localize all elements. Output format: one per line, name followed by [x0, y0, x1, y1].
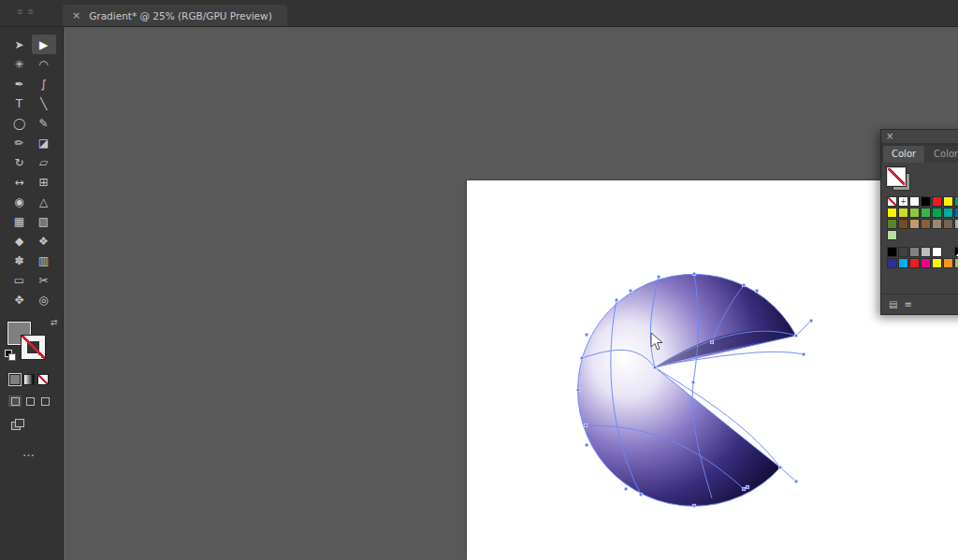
- column-graph-tool[interactable]: ▥: [32, 251, 56, 270]
- toolbar-grip[interactable]: ≣ ≣: [17, 7, 35, 16]
- curvature-tool[interactable]: ∫: [32, 74, 56, 93]
- blend-tool[interactable]: ❖: [32, 231, 56, 251]
- eraser-tool[interactable]: ◪: [32, 133, 56, 152]
- shape-builder-tool[interactable]: ◉: [7, 192, 32, 211]
- swatch[interactable]: [898, 208, 908, 218]
- edit-toolbar-button[interactable]: …: [0, 445, 63, 459]
- swatch-row: [887, 247, 958, 257]
- color-panel-tabs: Color Color G: [881, 143, 958, 163]
- symbol-sprayer-tool[interactable]: ✽: [7, 251, 32, 270]
- rotate-tool[interactable]: ↻: [7, 152, 32, 172]
- screen-mode-button[interactable]: [11, 419, 24, 430]
- lasso-tool[interactable]: ◠: [32, 54, 56, 74]
- default-fill-stroke-icon[interactable]: [5, 350, 14, 359]
- stroke-swatch[interactable]: [22, 336, 45, 359]
- swatch[interactable]: [887, 230, 897, 240]
- swatch-pattern[interactable]: [954, 247, 958, 257]
- swatch-row: [887, 219, 958, 229]
- swap-fill-stroke-icon[interactable]: ⇄: [51, 318, 58, 327]
- swatch-registration[interactable]: [898, 196, 908, 207]
- free-transform-tool[interactable]: ⊞: [32, 172, 56, 192]
- swatch[interactable]: [932, 196, 942, 207]
- swatch[interactable]: [921, 196, 931, 207]
- eyedropper-tool[interactable]: ◆: [7, 231, 32, 251]
- pencil-tool[interactable]: ✏: [7, 133, 32, 152]
- color-panel-header: ×: [881, 130, 958, 143]
- swatch-row: [887, 230, 958, 240]
- hand-tool[interactable]: ✥: [7, 290, 32, 309]
- none-fill-indicator[interactable]: [887, 167, 909, 190]
- canvas[interactable]: [64, 26, 958, 560]
- color-panel-body: [881, 163, 958, 294]
- swatch[interactable]: [921, 247, 931, 257]
- swatch[interactable]: [943, 208, 953, 218]
- swatch-none[interactable]: [887, 196, 897, 207]
- close-document-icon[interactable]: ×: [72, 10, 80, 21]
- appearance-row: [9, 374, 63, 385]
- swatch[interactable]: [943, 258, 953, 268]
- document-tab-title: Gradient* @ 25% (RGB/GPU Preview): [89, 10, 272, 22]
- scale-tool[interactable]: ▱: [32, 152, 56, 172]
- swatch[interactable]: [954, 219, 958, 229]
- panel-close-icon[interactable]: ×: [886, 131, 893, 142]
- direct-selection-tool[interactable]: ▶: [32, 35, 56, 54]
- pen-tool[interactable]: ✒: [7, 74, 32, 93]
- zoom-tool[interactable]: ◎: [32, 290, 56, 309]
- swatch[interactable]: [932, 258, 942, 268]
- color-panel: × Color Color G ▤≡☁: [880, 129, 958, 315]
- color-button[interactable]: [9, 374, 21, 385]
- swatch[interactable]: [909, 208, 920, 218]
- swatch-kinds-icon[interactable]: ≡: [904, 299, 911, 309]
- swatch-row: [887, 258, 958, 268]
- swatch[interactable]: [887, 208, 897, 218]
- swatch[interactable]: [943, 196, 953, 207]
- width-tool[interactable]: ↔: [7, 172, 32, 192]
- draw-behind-button[interactable]: [23, 395, 36, 407]
- swatch[interactable]: [898, 247, 908, 257]
- magic-wand-tool[interactable]: ✳: [7, 54, 32, 74]
- gradient-tool[interactable]: ▧: [32, 211, 56, 231]
- artboard-tool[interactable]: ▭: [7, 270, 32, 290]
- swatch[interactable]: [921, 258, 931, 268]
- swatch[interactable]: [932, 247, 942, 257]
- tools-panel: ➤▶✳◠✒∫T╲◯✎✏◪↻▱↔⊞◉△▦▧◆❖✽▥▭✂✥◎ ⇄ …: [0, 26, 64, 560]
- swatch[interactable]: [921, 219, 931, 229]
- selection-tool[interactable]: ➤: [7, 35, 32, 54]
- swatch[interactable]: [954, 196, 958, 207]
- none-button[interactable]: [37, 374, 49, 385]
- swatch[interactable]: [932, 219, 942, 229]
- swatch[interactable]: [909, 196, 920, 207]
- swatch[interactable]: [909, 219, 920, 229]
- swatch[interactable]: [943, 219, 953, 229]
- swatch[interactable]: [887, 219, 897, 229]
- swatch[interactable]: [954, 258, 958, 268]
- swatch[interactable]: [921, 208, 931, 218]
- swatch-libraries-icon[interactable]: ▤: [889, 299, 897, 309]
- tab-color[interactable]: Color: [883, 146, 924, 163]
- document-tab[interactable]: × Gradient* @ 25% (RGB/GPU Preview): [63, 5, 287, 26]
- fill-stroke-widget: ⇄: [7, 322, 47, 361]
- swatch[interactable]: [932, 208, 942, 218]
- type-tool[interactable]: T: [7, 93, 32, 113]
- swatch[interactable]: [887, 258, 897, 268]
- paintbrush-tool[interactable]: ✎: [32, 113, 56, 133]
- swatch[interactable]: [909, 247, 920, 257]
- tab-color-guide[interactable]: Color G: [925, 146, 958, 163]
- gradient-button[interactable]: [23, 374, 35, 385]
- mesh-tool[interactable]: ▦: [7, 211, 32, 231]
- swatch[interactable]: [887, 247, 897, 257]
- drawing-modes-row: [8, 395, 63, 407]
- line-segment-tool[interactable]: ╲: [32, 93, 56, 113]
- ellipse-tool[interactable]: ◯: [7, 113, 32, 133]
- slice-tool[interactable]: ✂: [32, 270, 56, 290]
- top-bar: ≣ ≣ × Gradient* @ 25% (RGB/GPU Preview): [0, 0, 958, 27]
- swatch-row: [887, 208, 958, 218]
- panel-footer: ▤≡☁: [881, 294, 958, 314]
- swatch[interactable]: [909, 258, 920, 268]
- swatch[interactable]: [954, 208, 958, 218]
- swatch[interactable]: [898, 258, 908, 268]
- perspective-grid-tool[interactable]: △: [32, 192, 56, 211]
- draw-inside-button[interactable]: [38, 395, 51, 407]
- draw-normal-button[interactable]: [8, 395, 22, 407]
- swatch[interactable]: [898, 219, 908, 229]
